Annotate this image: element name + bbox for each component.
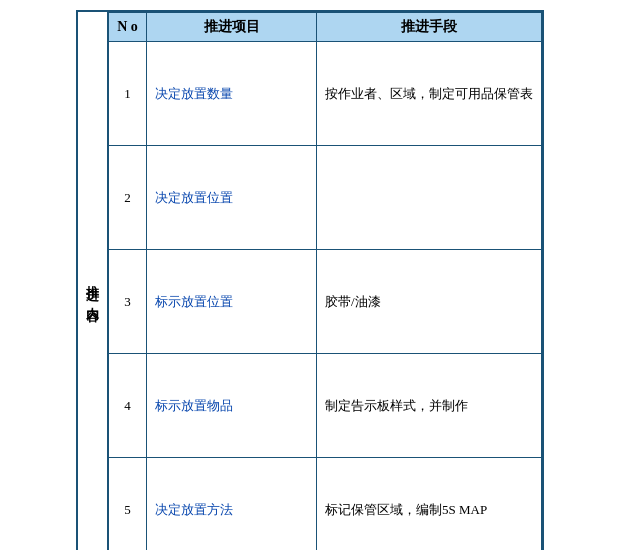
row-item: 决定放置位置 [147,146,317,250]
row-means: 标记保管区域，编制5S MAP [317,458,542,551]
row-item: 标示放置物品 [147,354,317,458]
page-wrapper: 推进 内容 N o 推进项目 推进手段 1 决定放置数量 按作业者、区域，制定可… [76,10,544,550]
col-header-item: 推进项目 [147,13,317,42]
row-no: 1 [109,42,147,146]
col-header-means: 推进手段 [317,13,542,42]
row-means: 按作业者、区域，制定可用品保管表 [317,42,542,146]
row-item: 标示放置位置 [147,250,317,354]
table-row: 5 决定放置方法 标记保管区域，编制5S MAP [109,458,542,551]
table-row: 1 决定放置数量 按作业者、区域，制定可用品保管表 [109,42,542,146]
table-row: 2 决定放置位置 [109,146,542,250]
row-means [317,146,542,250]
row-item: 决定放置数量 [147,42,317,146]
top-section-label: 推进 内容 [78,12,108,550]
row-no: 2 [109,146,147,250]
col-header-no: N o [109,13,147,42]
table-row: 3 标示放置位置 胶带/油漆 [109,250,542,354]
row-no: 3 [109,250,147,354]
row-item: 决定放置方法 [147,458,317,551]
top-table: N o 推进项目 推进手段 1 决定放置数量 按作业者、区域，制定可用品保管表 … [108,12,542,550]
top-header-row: N o 推进项目 推进手段 [109,13,542,42]
row-means: 制定告示板样式，并制作 [317,354,542,458]
top-section: 推进 内容 N o 推进项目 推进手段 1 决定放置数量 按作业者、区域，制定可… [76,10,544,550]
row-no: 5 [109,458,147,551]
row-no: 4 [109,354,147,458]
row-means: 胶带/油漆 [317,250,542,354]
table-row: 4 标示放置物品 制定告示板样式，并制作 [109,354,542,458]
